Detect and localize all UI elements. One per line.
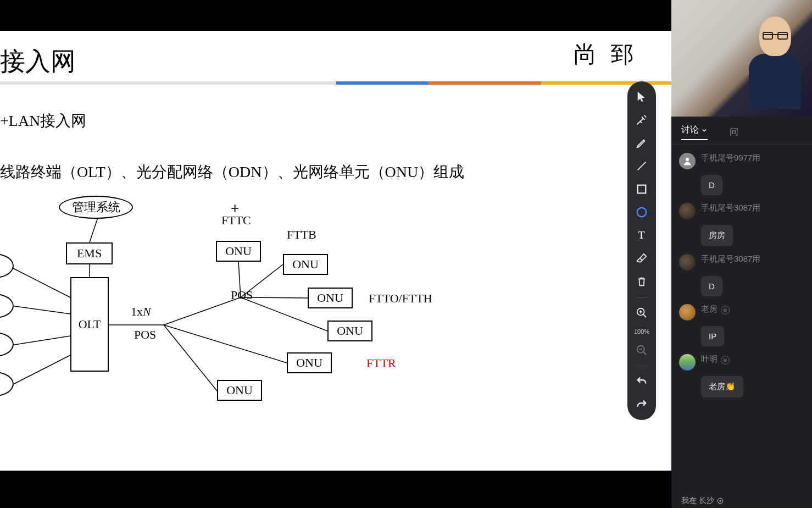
presenter-webcam[interactable] [671, 0, 812, 117]
tab-other[interactable]: 问 [730, 126, 738, 138]
chat-username: 老房⊜ [701, 304, 730, 314]
svg-line-4 [11, 336, 70, 345]
chat-message: 手机尾号9977用 [671, 150, 812, 173]
label-fttb: FTTB [287, 228, 316, 242]
svg-line-19 [643, 314, 647, 318]
svg-line-8 [164, 325, 287, 363]
undo-tool[interactable] [634, 374, 649, 389]
chat-messages[interactable]: 手机尾号9977用 D 手机尾号3087用 房房 手机尾号3087用 D 老房⊜… [671, 145, 812, 508]
chat-username: 手机尾号3087用 [701, 203, 760, 213]
chat-message: 手机尾号3087用 [671, 251, 812, 274]
node-olt: OLT [70, 277, 109, 372]
chat-username: 手机尾号3087用 [701, 254, 760, 264]
svg-line-14 [638, 162, 646, 170]
location-status[interactable]: 我在 长沙 [677, 494, 728, 508]
node-onu-1: ONU [216, 241, 261, 262]
node-onu-3: ONU [308, 288, 353, 308]
node-onu-2: ONU [283, 254, 328, 275]
svg-point-27 [720, 500, 721, 501]
annotation-toolbar: T 100% [627, 81, 656, 420]
zoom-out-tool[interactable] [634, 343, 649, 358]
label-pos2: POS [231, 288, 253, 302]
chat-tabs: 讨论 问 [671, 117, 812, 145]
avatar[interactable] [679, 304, 696, 321]
node-onu-5: ONU [287, 352, 332, 373]
redo-tool[interactable] [634, 397, 649, 412]
chat-username: 叶明⊜ [701, 354, 730, 365]
badge-icon: ⊜ [721, 306, 730, 314]
label-fttr: FTTR [366, 356, 396, 371]
zoom-in-tool[interactable] [634, 305, 649, 321]
cursor-tool[interactable] [634, 89, 649, 104]
node-onu-4: ONU [327, 321, 372, 341]
divider-bar [0, 81, 671, 85]
chat-bubble: IP [701, 326, 724, 346]
rect-tool[interactable] [634, 181, 649, 197]
slide-title: 接入网 [0, 45, 76, 79]
separator [636, 366, 647, 366]
avatar[interactable] [679, 203, 696, 219]
chevron-down-icon [701, 127, 708, 134]
laser-tool[interactable] [634, 112, 649, 128]
svg-line-2 [11, 267, 70, 297]
svg-text:T: T [638, 230, 645, 241]
pen-tool[interactable] [634, 135, 649, 151]
chat-message: 手机尾号3087用 [671, 200, 812, 223]
chat-bubble: 房房 [701, 225, 733, 246]
separator [636, 297, 647, 297]
label-1xn: 1xN [131, 305, 151, 319]
chat-bubble: D [701, 175, 722, 195]
svg-line-5 [11, 355, 70, 385]
circle-tool[interactable] [634, 205, 649, 220]
label-fttc: FTTC [221, 213, 251, 228]
label-ftto-ftth: FTTO/FTTH [369, 291, 432, 306]
avatar[interactable] [679, 354, 696, 371]
zoom-level: 100% [634, 328, 649, 335]
eraser-tool[interactable] [634, 251, 649, 266]
svg-line-9 [164, 325, 217, 391]
svg-line-3 [11, 306, 70, 314]
line-tool[interactable] [634, 158, 649, 174]
main-content: 接入网 尚 郅 +LAN接入网 线路终端（OLT）、光分配网络（ODN）、光网络… [0, 0, 671, 508]
chat-message: 老房⊜ [671, 301, 812, 324]
chat-bubble: D [701, 276, 722, 296]
network-diagram: 管理系统 EMS OLT 络 络 1xN POS POS ONU ONU ONU… [0, 190, 440, 438]
tab-discuss[interactable]: 讨论 [681, 124, 708, 140]
text-tool[interactable]: T [634, 228, 649, 243]
slide: 接入网 尚 郅 +LAN接入网 线路终端（OLT）、光分配网络（ODN）、光网络… [0, 31, 671, 471]
node-mgmt: 管理系统 [59, 196, 133, 219]
chat-username: 手机尾号9977用 [701, 153, 760, 163]
avatar[interactable] [679, 153, 696, 169]
badge-icon: ⊜ [721, 356, 730, 365]
brand-logo: 尚 郅 [574, 39, 639, 70]
slide-subtitle: +LAN接入网 [0, 111, 86, 131]
chat-bubble: 老房👏 [701, 376, 743, 397]
svg-rect-15 [638, 185, 646, 194]
chat-message: 叶明⊜ [671, 351, 812, 374]
svg-point-25 [686, 158, 689, 161]
svg-line-23 [643, 352, 647, 355]
slide-description: 线路终端（OLT）、光分配网络（ODN）、光网络单元（ONU）组成 [0, 162, 464, 183]
location-icon [716, 497, 724, 505]
delete-tool[interactable] [634, 274, 649, 289]
node-ems: EMS [66, 242, 113, 264]
svg-line-7 [164, 297, 241, 325]
label-pos1: POS [134, 328, 156, 342]
svg-point-16 [637, 208, 647, 217]
svg-line-0 [90, 218, 98, 242]
avatar[interactable] [679, 254, 696, 270]
node-onu-6: ONU [217, 380, 262, 401]
chat-panel: 讨论 问 手机尾号9977用 D 手机尾号3087用 房房 手机尾号3087用 … [671, 0, 812, 508]
